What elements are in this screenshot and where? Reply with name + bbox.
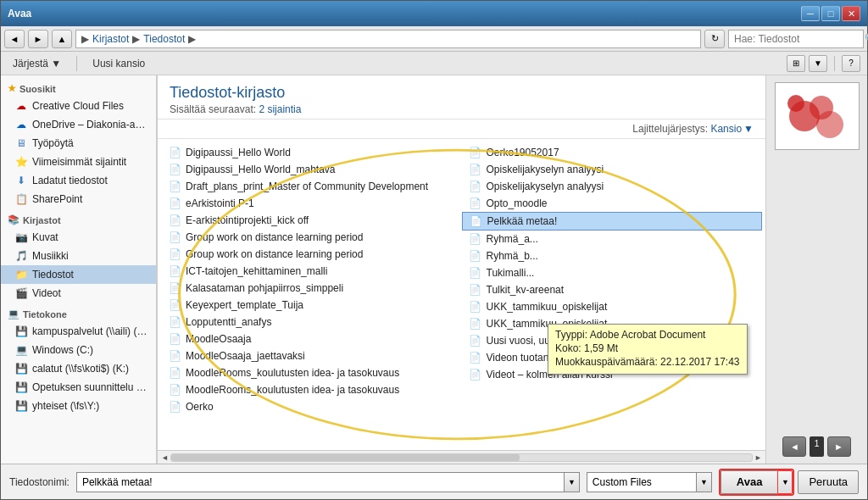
file-item[interactable]: 📄E-arkistointiprojekti_kick off — [161, 212, 462, 229]
sidebar-item-sharepoint[interactable]: 📋 SharePoint — [1, 190, 156, 208]
help-button[interactable]: ? — [842, 55, 860, 72]
forward-button[interactable]: ► — [28, 30, 48, 48]
file-item[interactable]: 📄eArkistointi P-1 — [161, 195, 462, 212]
sidebar-item-opetus[interactable]: 💾 Opetuksen suunnittelu (\\195.148. — [1, 378, 156, 397]
hscroll[interactable]: ◄ ► — [158, 450, 765, 464]
view-grid-button[interactable]: ⊞ — [787, 55, 805, 72]
sort-value[interactable]: Kansio ▼ — [710, 123, 754, 135]
view-dropdown-button[interactable]: ▼ — [809, 55, 827, 72]
file-item[interactable]: 📄UKK_tammikuu_opiskelijat — [462, 298, 763, 315]
sidebar-item-yhteiset[interactable]: 💾 yhteiset (\fs\Y:) — [1, 397, 156, 415]
tooltip-size-row: Koko: 1,59 Mt — [555, 342, 740, 354]
sidebar-item-windows[interactable]: 💻 Windows (C:) — [1, 341, 156, 359]
path-kirjastot[interactable]: Kirjastot — [92, 33, 129, 45]
pdf-icon: 📄 — [469, 334, 482, 347]
content-header: Tiedostot-kirjasto Sisältää seuraavat: 2… — [158, 75, 765, 119]
file-item[interactable]: 📄Digipaussi_Hello World_mahtava — [161, 161, 462, 178]
sidebar-item-creative-cloud[interactable]: ☁ Creative Cloud Files — [1, 97, 156, 115]
file-label: ICT-taitojen_kehittaminen_malli — [186, 265, 327, 277]
sidebar-header-tietokone[interactable]: 💻 Tietokone — [1, 306, 156, 322]
file-label: Tulkit_kv-areenat — [487, 284, 565, 296]
pdf-icon: 📄 — [168, 366, 181, 380]
file-label: eArkistointi P-1 — [186, 197, 254, 209]
documents-icon: 📁 — [14, 268, 28, 281]
file-item[interactable]: 📄Ryhmä_b... — [462, 247, 763, 264]
file-item[interactable]: 📄ICT-taitojen_kehittaminen_malli — [161, 263, 462, 280]
filetype-dropdown-button[interactable]: ▼ — [697, 472, 712, 492]
pdf-icon: 📄 — [168, 281, 181, 295]
titlebar: Avaa ─ □ ✕ — [1, 1, 867, 26]
organize-button[interactable]: Järjestä ▼ — [8, 56, 66, 71]
library-icon: 📚 — [8, 214, 19, 225]
sidebar-header-suosikit[interactable]: ★ Suosikit — [1, 81, 156, 97]
file-item[interactable]: 📄Tukimalli... — [462, 264, 763, 281]
minimize-button[interactable]: ─ — [801, 6, 820, 21]
drive-k-icon: 💾 — [14, 362, 28, 375]
preview-prev-button[interactable]: ◄ — [782, 436, 806, 457]
open-arrow-button[interactable]: ▼ — [777, 470, 793, 494]
back-button[interactable]: ◄ — [4, 30, 25, 48]
maximize-button[interactable]: □ — [821, 6, 840, 21]
filename-dropdown-button[interactable]: ▼ — [565, 472, 580, 492]
file-item[interactable]: 📄MoodleOsaaja_jaettavaksi — [161, 347, 462, 364]
hscroll-right[interactable]: ► — [753, 453, 764, 462]
filetype-input[interactable] — [587, 472, 697, 492]
sidebar-item-kuvat[interactable]: 📷 Kuvat — [1, 228, 156, 247]
new-folder-button[interactable]: Uusi kansio — [87, 56, 150, 71]
pdf-icon: 📄 — [469, 317, 482, 331]
path-tiedostot[interactable]: Tiedostot — [143, 33, 185, 45]
sharepoint-icon: 📋 — [14, 192, 28, 206]
sidebar-item-onedrive[interactable]: ☁ OneDrive – Diakonia-ammattikorki — [1, 115, 156, 134]
close-button[interactable]: ✕ — [842, 6, 860, 21]
file-item[interactable]: 📄Kalasataman pohjapiirros_simppeli — [161, 280, 462, 297]
preview-next-button[interactable]: ► — [827, 436, 851, 457]
hscroll-track[interactable] — [170, 453, 753, 462]
files-container[interactable]: 📄Digipaussi_Hello World📄Digipaussi_Hello… — [158, 139, 765, 450]
file-item[interactable]: 📄Opto_moodle — [462, 195, 763, 212]
search-input[interactable] — [734, 33, 861, 45]
file-item[interactable]: 📄Opiskelijakyselyn analyysi — [462, 178, 763, 195]
file-item[interactable]: 📄Group work on distance learning period — [161, 229, 462, 246]
pdf-icon: 📄 — [168, 298, 181, 312]
file-item[interactable]: 📄Oerko — [161, 398, 462, 415]
search-box[interactable]: 🔍 — [728, 30, 864, 48]
file-item[interactable]: 📄Group work on distance learning period — [161, 246, 462, 263]
file-item[interactable]: 📄Ryhmä_a... — [462, 231, 763, 247]
file-item[interactable]: 📄Draft_plans_print_Master of Community D… — [161, 178, 462, 195]
filename-input[interactable] — [76, 472, 565, 492]
file-item[interactable]: 📄Opiskelijakyselyn analyysi — [462, 161, 763, 178]
sidebar-item-tiedostot[interactable]: 📁 Tiedostot — [1, 265, 156, 284]
file-label: Digipaussi_Hello World_mahtava — [186, 164, 336, 175]
open-button[interactable]: Avaa — [721, 470, 778, 494]
file-label: E-arkistointiprojekti_kick off — [186, 214, 309, 226]
sidebar-item-ladatut[interactable]: ⬇ Ladatut tiedostot — [1, 171, 156, 190]
sidebar-item-tyopoyta[interactable]: 🖥 Työpöytä — [1, 134, 156, 153]
file-item[interactable]: 📄Oerko19052017 — [462, 144, 763, 161]
sidebar-header-kirjastot[interactable]: 📚 Kirjastot — [1, 212, 156, 228]
sidebar-item-viimeisimmat[interactable]: ⭐ Viimeisimmät sijaintit — [1, 153, 156, 171]
sidebar-item-videot[interactable]: 🎬 Videot — [1, 284, 156, 303]
sidebar-item-calatut[interactable]: 💾 calatut (\\fs\koti$) (K:) — [1, 359, 156, 378]
hscroll-left[interactable]: ◄ — [159, 453, 170, 462]
file-item[interactable]: 📄Tulkit_kv-areenat — [462, 281, 763, 298]
file-item[interactable]: 📄Lopputentti_anafys — [161, 314, 462, 331]
address-go-button[interactable]: ↻ — [704, 30, 725, 48]
sidebar-item-kampus[interactable]: 💾 kampuspalvelut (\\aili) (A:) — [1, 322, 156, 341]
location-count-link[interactable]: 2 sijaintia — [259, 103, 301, 115]
file-item[interactable]: 📄MoodleRooms_koulutusten idea- ja tasoku… — [161, 381, 462, 398]
tooltip-date-value: 22.12.2017 17:43 — [660, 356, 739, 368]
sort-label: Lajittelujärjestys: — [632, 123, 708, 135]
file-item[interactable]: 📄Digipaussi_Hello World — [161, 144, 462, 161]
file-item[interactable]: 📄MoodleRooms_koulutusten idea- ja tasoku… — [161, 364, 462, 381]
file-label: Group work on distance learning period — [186, 231, 363, 243]
file-item[interactable]: 📄Pelkkää metaa! — [462, 212, 763, 231]
cancel-button[interactable]: Peruuta — [798, 470, 859, 494]
tooltip-date-row: Muokkauspäivämäärä: 22.12.2017 17:43 — [555, 356, 740, 368]
sidebar-item-musiikki[interactable]: 🎵 Musiikki — [1, 247, 156, 265]
file-item[interactable]: 📄MoodleOsaaja — [161, 331, 462, 347]
file-item[interactable]: 📄Keyexpert_template_Tuija — [161, 297, 462, 314]
pdf-icon: 📄 — [469, 232, 482, 246]
address-path[interactable]: ▶ Kirjastot ▶ Tiedostot ▶ — [75, 30, 701, 48]
up-button[interactable]: ▲ — [52, 30, 72, 48]
file-label: Group work on distance learning period — [186, 248, 363, 260]
